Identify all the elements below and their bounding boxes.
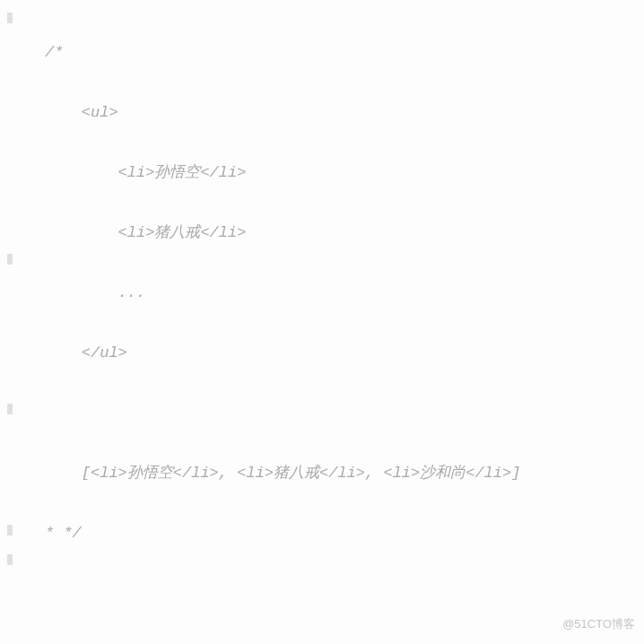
code-line: [<li>孙悟空</li>, <li>猪八戒</li>, <li>沙和尚</li… (45, 458, 644, 489)
code-editor[interactable]: /* <ul> <li>孙悟空</li> <li>猪八戒</li> ... </… (0, 0, 644, 644)
code-line: const arr = []; (45, 639, 644, 645)
code-line: ... (45, 278, 644, 309)
code-line: * */ (45, 518, 644, 549)
code-line (45, 398, 644, 429)
code-line: <li>孙悟空</li> (45, 158, 644, 188)
code-line: <li>猪八戒</li> (45, 218, 644, 248)
line-gutter (0, 7, 18, 644)
code-line: <ul> (45, 98, 644, 128)
code-line: </ul> (45, 338, 644, 369)
code-line: /* (45, 38, 644, 68)
watermark-text: @51CTO博客 (562, 609, 635, 640)
code-line (45, 579, 644, 609)
